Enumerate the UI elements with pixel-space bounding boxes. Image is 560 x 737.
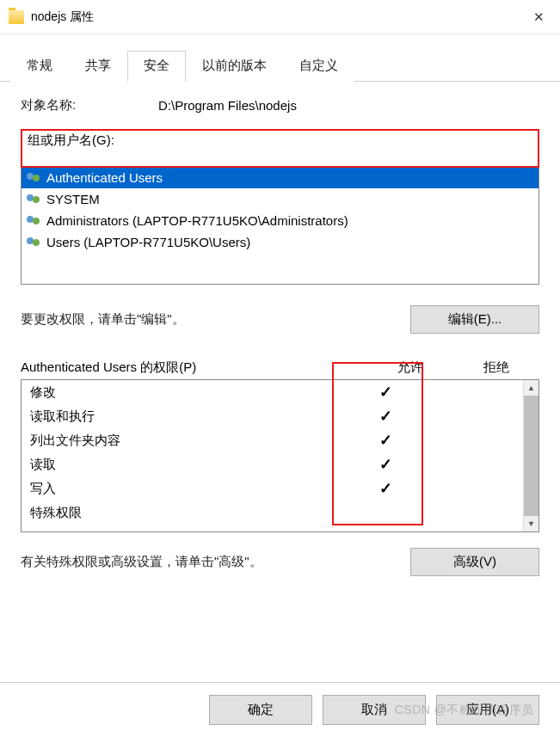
- folder-icon: [9, 10, 24, 24]
- tab-general[interactable]: 常规: [10, 51, 69, 82]
- perm-row-read: 读取 ✓: [22, 452, 523, 476]
- group-users-label: 组或用户名(G):: [28, 132, 532, 149]
- object-name-label: 对象名称:: [21, 97, 158, 114]
- permissions-scroll-area[interactable]: 修改 ✓ 读取和执行 ✓ 列出文件夹内容 ✓ 读取 ✓ 写入 ✓: [22, 380, 523, 531]
- edit-hint: 要更改权限，请单击"编辑"。: [21, 311, 185, 328]
- tabbar: 常规 共享 安全 以前的版本 自定义: [0, 34, 560, 82]
- advanced-row: 有关特殊权限或高级设置，请单击"高级"。 高级(V): [21, 548, 539, 576]
- perm-row-modify: 修改 ✓: [22, 380, 523, 404]
- perm-row-list-folder: 列出文件夹内容 ✓: [22, 428, 523, 452]
- object-name-value: D:\Program Files\nodejs: [158, 98, 297, 113]
- perm-allow: ✓: [342, 455, 428, 474]
- perm-name: 列出文件夹内容: [30, 433, 342, 449]
- perm-row-read-execute: 读取和执行 ✓: [22, 404, 523, 428]
- permissions-list: 修改 ✓ 读取和执行 ✓ 列出文件夹内容 ✓ 读取 ✓ 写入 ✓: [21, 379, 539, 532]
- apply-button[interactable]: 应用(A): [436, 695, 539, 725]
- tab-security[interactable]: 安全: [127, 51, 186, 82]
- edit-row: 要更改权限，请单击"编辑"。 编辑(E)...: [21, 305, 539, 334]
- advanced-button[interactable]: 高级(V): [410, 548, 539, 576]
- titlebar: nodejs 属性 ✕: [0, 0, 560, 34]
- tab-content-security: 对象名称: D:\Program Files\nodejs 组或用户名(G): …: [0, 82, 560, 593]
- user-item-users[interactable]: Users (LAPTOP-R771U5KO\Users): [22, 231, 538, 253]
- users-icon: [27, 193, 42, 206]
- users-icon: [27, 214, 42, 228]
- scroll-thumb[interactable]: [524, 396, 538, 516]
- user-item-authenticated-users[interactable]: Authenticated Users: [22, 167, 538, 188]
- users-icon: [27, 171, 42, 185]
- user-item-system[interactable]: SYSTEM: [22, 188, 538, 210]
- perm-row-write: 写入 ✓: [22, 476, 523, 501]
- dialog-footer: 确定 取消 应用(A): [0, 682, 560, 737]
- perm-allow: ✓: [342, 383, 428, 402]
- scroll-down-icon[interactable]: ▼: [524, 516, 538, 531]
- user-item-label: Authenticated Users: [46, 170, 163, 185]
- advanced-hint: 有关特殊权限或高级设置，请单击"高级"。: [21, 554, 262, 570]
- tab-previous-versions[interactable]: 以前的版本: [186, 51, 283, 82]
- object-name-row: 对象名称: D:\Program Files\nodejs: [21, 97, 539, 114]
- user-item-label: Administrators (LAPTOP-R771U5KO\Administ…: [46, 213, 348, 228]
- close-button[interactable]: ✕: [519, 0, 558, 34]
- perm-name: 读取和执行: [30, 408, 342, 425]
- col-deny-label: 拒绝: [453, 359, 539, 376]
- annotation-box-users: 组或用户名(G):: [21, 129, 539, 168]
- perm-name: 修改: [30, 384, 342, 401]
- user-item-label: Users (LAPTOP-R771U5KO\Users): [46, 235, 250, 249]
- permissions-header: Authenticated Users 的权限(P) 允许 拒绝: [21, 359, 539, 376]
- edit-button[interactable]: 编辑(E)...: [410, 305, 539, 334]
- col-allow-label: 允许: [367, 359, 453, 376]
- users-icon: [27, 236, 42, 249]
- ok-button[interactable]: 确定: [209, 695, 312, 725]
- user-item-label: SYSTEM: [46, 192, 100, 206]
- tab-share[interactable]: 共享: [69, 51, 127, 82]
- perm-row-special: 特殊权限: [22, 501, 523, 525]
- perm-allow: ✓: [342, 479, 428, 498]
- cancel-button[interactable]: 取消: [323, 695, 426, 725]
- perm-name: 读取: [30, 457, 342, 473]
- titlebar-left: nodejs 属性: [9, 9, 94, 25]
- perm-name: 特殊权限: [30, 505, 342, 521]
- window-title: nodejs 属性: [31, 9, 94, 25]
- user-item-administrators[interactable]: Administrators (LAPTOP-R771U5KO\Administ…: [22, 210, 538, 231]
- permissions-for-label: Authenticated Users 的权限(P): [21, 359, 367, 376]
- perm-allow: ✓: [342, 431, 428, 450]
- scroll-up-icon[interactable]: ▲: [524, 380, 538, 396]
- tab-customize[interactable]: 自定义: [283, 51, 354, 82]
- perm-allow: ✓: [342, 407, 428, 426]
- perm-name: 写入: [30, 481, 342, 497]
- user-list[interactable]: Authenticated Users SYSTEM Administrator…: [21, 166, 539, 285]
- scrollbar[interactable]: ▲ ▼: [523, 380, 538, 531]
